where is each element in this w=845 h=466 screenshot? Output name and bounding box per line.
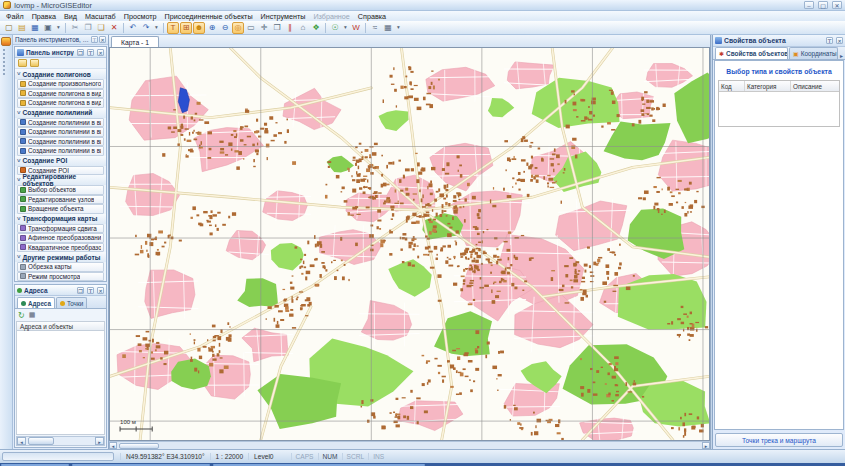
show-labels-icon[interactable]: T xyxy=(167,22,179,34)
tool-item[interactable]: Создание полигона в виде п... xyxy=(17,89,104,99)
online-maps-icon[interactable]: ☉ xyxy=(329,22,341,34)
scroll-thumb[interactable] xyxy=(119,443,159,449)
addresses-list-header[interactable]: Адреса и объекты xyxy=(16,321,105,331)
map-viewport[interactable]: 100 м xyxy=(109,47,710,441)
section-header-1[interactable]: ˅Создание полигонов xyxy=(15,69,106,79)
pin-icon[interactable]: ⊤ xyxy=(87,49,94,56)
addresses-list[interactable] xyxy=(16,331,105,435)
zoom-out-icon[interactable]: ⊖ xyxy=(219,22,231,34)
save-options-dropdown-icon[interactable]: ▾ xyxy=(55,22,62,34)
tool-item[interactable]: Создание произвольного по... xyxy=(17,79,104,89)
zoom-in-icon[interactable]: ⊕ xyxy=(206,22,218,34)
panel-option-button-2[interactable] xyxy=(30,59,39,67)
pin-icon[interactable]: ⊤ xyxy=(87,287,94,294)
open-map-icon[interactable]: ▤ xyxy=(16,22,28,34)
minimize-button[interactable]: – xyxy=(804,1,814,9)
taskbar-item[interactable] xyxy=(1,464,69,466)
waypoints-icon[interactable]: W xyxy=(350,22,362,34)
close-icon[interactable]: ✕ xyxy=(97,49,104,56)
scroll-thumb[interactable] xyxy=(28,437,54,445)
tab-coordinates[interactable]: ▣ Координаты xyxy=(789,47,838,59)
tool-item[interactable]: Афинное преобразование xyxy=(17,233,104,243)
split-window-icon[interactable]: ❒ xyxy=(271,22,283,34)
menu-item-3[interactable]: Вид xyxy=(60,12,81,21)
zoom-extent-icon[interactable]: ▭ xyxy=(245,22,257,34)
undo-dropdown-icon[interactable]: ▾ xyxy=(153,22,160,34)
close-icon[interactable]: ✕ xyxy=(97,287,104,294)
show-grid-icon[interactable]: ⊞ xyxy=(180,22,192,34)
menu-item-8[interactable]: Избранное xyxy=(309,12,353,21)
map-scrollbar[interactable]: ◂ ▸ xyxy=(109,441,710,449)
paste-icon[interactable]: ❏ xyxy=(95,22,107,34)
tab-scroll-right-icon[interactable]: ▸ xyxy=(840,52,843,59)
scroll-right-icon[interactable]: ▸ xyxy=(702,442,710,449)
object-type-link[interactable]: Выбор типа и свойств объекта xyxy=(715,61,843,80)
section-header-3[interactable]: ˅Создание POI xyxy=(15,156,106,166)
strip-handle[interactable] xyxy=(3,49,10,75)
tool-item[interactable]: Вращение объекта xyxy=(17,204,104,214)
online-maps-dropdown-icon[interactable]: ▾ xyxy=(342,22,349,34)
collapsed-panel-icon[interactable] xyxy=(1,37,11,46)
scroll-left-icon[interactable]: ◂ xyxy=(109,442,117,449)
section-header-2[interactable]: ˅Создание полилиний xyxy=(15,108,106,118)
pin-icon[interactable]: ⊤ xyxy=(826,37,833,44)
redo-icon[interactable]: ↷ xyxy=(140,22,152,34)
refresh-icon[interactable]: ↻ xyxy=(18,311,25,320)
show-poi-icon[interactable]: ☻ xyxy=(193,22,205,34)
map-canvas-svg[interactable]: 100 м xyxy=(110,48,709,440)
tool-item[interactable]: Квадратичное преобразов... xyxy=(17,243,104,253)
section-header-5[interactable]: ˅Трансформация карты xyxy=(15,214,106,224)
table-icon[interactable]: ▦ xyxy=(29,311,36,319)
track-profile-icon[interactable]: ≈ xyxy=(369,22,381,34)
copy-icon[interactable]: ❐ xyxy=(82,22,94,34)
tool-item[interactable]: Режим просмотра xyxy=(17,272,104,282)
save-map-icon[interactable]: ▦ xyxy=(29,22,41,34)
properties-table-body[interactable] xyxy=(719,92,839,126)
column-category[interactable]: Категория xyxy=(745,81,791,91)
close-icon[interactable]: ✕ xyxy=(99,36,106,43)
menu-item-6[interactable]: Присоединенные объекты xyxy=(161,12,257,21)
measure-icon[interactable]: ∥ xyxy=(284,22,296,34)
scroll-left-icon[interactable]: ◂ xyxy=(17,437,26,445)
zoom-window-icon[interactable]: ◎ xyxy=(232,22,244,34)
tool-item[interactable]: Трансформация сдвига xyxy=(17,224,104,234)
delete-icon[interactable]: ✕ xyxy=(108,22,120,34)
close-button[interactable]: ✕ xyxy=(832,1,842,9)
tab-object-properties[interactable]: ✱ Свойства объектов xyxy=(715,47,788,59)
pan-icon[interactable]: ✛ xyxy=(258,22,270,34)
restore-icon[interactable]: ❐ xyxy=(77,49,84,56)
column-code[interactable]: Код xyxy=(719,81,745,91)
taskbar-item[interactable] xyxy=(72,464,210,466)
tool-item[interactable]: Создание полилинии в виде... xyxy=(17,118,104,128)
scroll-right-icon[interactable]: ▸ xyxy=(95,437,104,445)
restore-icon[interactable]: ❐ xyxy=(77,287,84,294)
section-header-6[interactable]: ˅Другие режимы работы xyxy=(15,252,106,262)
menu-item-4[interactable]: Масштаб xyxy=(81,12,120,21)
tool-item[interactable]: Обрезка карты xyxy=(17,262,104,272)
map-document-tab[interactable]: Карта - 1 xyxy=(111,36,159,47)
attribute-table-dropdown-icon[interactable]: ▾ xyxy=(395,22,402,34)
search-icon[interactable]: ⌂ xyxy=(297,22,309,34)
tool-item[interactable]: Создание полилинии в виде... xyxy=(17,137,104,147)
layers-icon[interactable]: ❖ xyxy=(310,22,322,34)
undo-icon[interactable]: ↶ xyxy=(127,22,139,34)
menu-item-5[interactable]: Просмотр xyxy=(120,12,161,21)
menu-item-9[interactable]: Справка xyxy=(354,12,390,21)
tool-item[interactable]: Редактирование узлов xyxy=(17,195,104,205)
menu-item-7[interactable]: Инструменты xyxy=(257,12,310,21)
close-icon[interactable]: ✕ xyxy=(836,37,843,44)
new-map-icon[interactable]: ▢ xyxy=(3,22,15,34)
column-description[interactable]: Описание xyxy=(791,81,839,91)
addresses-scrollbar[interactable]: ◂ ▸ xyxy=(16,436,105,446)
section-header-4[interactable]: ˅Редактирование объектов xyxy=(15,175,106,185)
menu-item-1[interactable]: Файл xyxy=(2,12,28,21)
menu-item-2[interactable]: Правка xyxy=(28,12,60,21)
track-route-points-button[interactable]: Точки трека и маршрута xyxy=(715,433,843,447)
tool-item[interactable]: Создание полигона в виде п... xyxy=(17,98,104,108)
tool-item[interactable]: Создание полилинии в виде... xyxy=(17,146,104,156)
tab-points[interactable]: Точки xyxy=(56,297,87,308)
cut-icon[interactable]: ✂ xyxy=(69,22,81,34)
tab-addresses[interactable]: Адреса xyxy=(17,297,55,308)
taskbar-item[interactable] xyxy=(213,464,425,466)
pin-icon[interactable]: ⊤ xyxy=(91,36,98,43)
